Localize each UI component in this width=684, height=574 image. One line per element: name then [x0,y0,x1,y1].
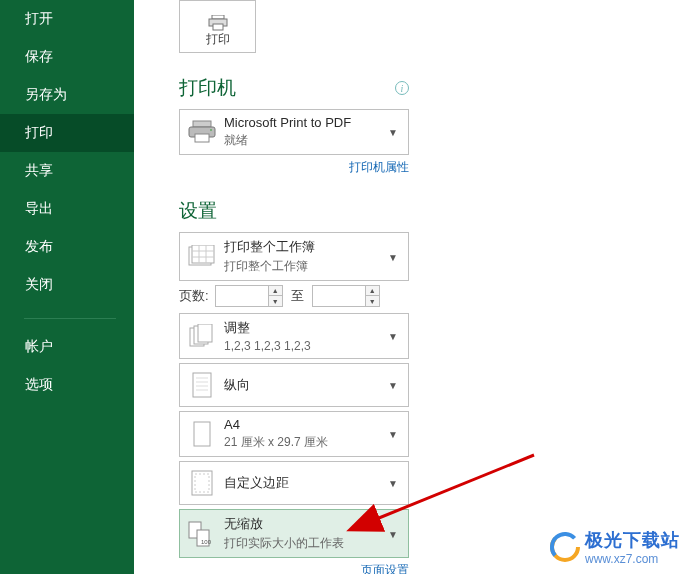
pages-label: 页数: [179,287,209,305]
printer-name: Microsoft Print to PDF [224,115,402,130]
collation-icon [186,320,218,352]
printer-device-icon [186,116,218,148]
sidebar-item-close[interactable]: 关闭 [0,266,134,304]
svg-rect-5 [195,134,209,142]
scope-sub: 打印整个工作簿 [224,258,402,275]
print-button-label: 打印 [206,31,230,48]
watermark: 极光下载站 www.xz7.com [549,528,680,566]
orientation-icon [186,369,218,401]
print-panel: 打印 打印机 i Microsoft Print to PDF 就绪 ▼ 打印机… [134,0,684,574]
collate-sub: 1,2,3 1,2,3 1,2,3 [224,339,402,353]
orientation-dropdown[interactable]: 纵向 ▼ [179,363,409,407]
watermark-url: www.xz7.com [585,552,680,566]
pages-to-label: 至 [291,287,304,305]
svg-rect-16 [193,373,211,397]
spin-up-icon[interactable]: ▲ [365,286,379,296]
paper-dropdown[interactable]: A4 21 厘米 x 29.7 厘米 ▼ [179,411,409,457]
printer-dropdown[interactable]: Microsoft Print to PDF 就绪 ▼ [179,109,409,155]
chevron-down-icon: ▼ [388,528,398,539]
sidebar-divider [24,318,116,319]
spin-up-icon[interactable]: ▲ [268,286,282,296]
paper-title: A4 [224,417,402,432]
pages-row: 页数: ▲▼ 至 ▲▼ [179,285,409,307]
section-title-printer: 打印机 [179,75,236,101]
chevron-down-icon: ▼ [388,429,398,440]
scaling-dropdown[interactable]: 100 无缩放 打印实际大小的工作表 ▼ [179,509,409,558]
sidebar-item-share[interactable]: 共享 [0,152,134,190]
scaling-icon: 100 [186,518,218,550]
svg-rect-22 [192,471,212,495]
svg-rect-0 [212,15,224,19]
margins-dropdown[interactable]: 自定义边距 ▼ [179,461,409,505]
page-setup-link[interactable]: 页面设置 [361,563,409,574]
sidebar-item-options[interactable]: 选项 [0,366,134,404]
chevron-down-icon: ▼ [388,380,398,391]
chevron-down-icon: ▼ [388,331,398,342]
spin-down-icon[interactable]: ▼ [268,296,282,306]
pages-to-input[interactable] [313,286,365,306]
pages-to-spinner[interactable]: ▲▼ [312,285,380,307]
print-scope-dropdown[interactable]: 打印整个工作簿 打印整个工作簿 ▼ [179,232,409,281]
sidebar-item-saveas[interactable]: 另存为 [0,76,134,114]
chevron-down-icon: ▼ [388,127,398,138]
print-scope-icon [186,241,218,273]
svg-rect-15 [198,324,212,342]
collation-dropdown[interactable]: 调整 1,2,3 1,2,3 1,2,3 ▼ [179,313,409,359]
svg-text:100: 100 [201,539,212,545]
paper-icon [186,418,218,450]
spin-down-icon[interactable]: ▼ [365,296,379,306]
watermark-name: 极光下载站 [585,528,680,552]
sidebar-item-publish[interactable]: 发布 [0,228,134,266]
pages-from-input[interactable] [216,286,268,306]
svg-rect-21 [194,422,210,446]
margins-title: 自定义边距 [224,474,402,492]
scaling-title: 无缩放 [224,515,402,533]
sidebar-item-print[interactable]: 打印 [0,114,134,152]
backstage-sidebar: 打开 保存 另存为 打印 共享 导出 发布 关闭 帐户 选项 [0,0,134,574]
scaling-sub: 打印实际大小的工作表 [224,535,402,552]
collate-title: 调整 [224,319,402,337]
printer-status: 就绪 [224,132,402,149]
printer-properties-link[interactable]: 打印机属性 [349,160,409,174]
watermark-logo-icon [549,531,581,563]
sidebar-item-export[interactable]: 导出 [0,190,134,228]
printer-icon [207,15,229,31]
scope-title: 打印整个工作簿 [224,238,402,256]
section-title-settings: 设置 [179,198,217,224]
pages-from-spinner[interactable]: ▲▼ [215,285,283,307]
chevron-down-icon: ▼ [388,251,398,262]
orientation-title: 纵向 [224,376,402,394]
sidebar-item-open[interactable]: 打开 [0,0,134,38]
info-icon[interactable]: i [395,81,409,95]
svg-rect-2 [213,24,223,30]
svg-rect-3 [193,121,211,127]
chevron-down-icon: ▼ [388,478,398,489]
sidebar-item-save[interactable]: 保存 [0,38,134,76]
svg-rect-8 [192,245,214,263]
svg-point-6 [210,129,212,131]
margins-icon [186,467,218,499]
sidebar-item-account[interactable]: 帐户 [0,328,134,366]
print-button[interactable]: 打印 [179,0,256,53]
paper-sub: 21 厘米 x 29.7 厘米 [224,434,402,451]
